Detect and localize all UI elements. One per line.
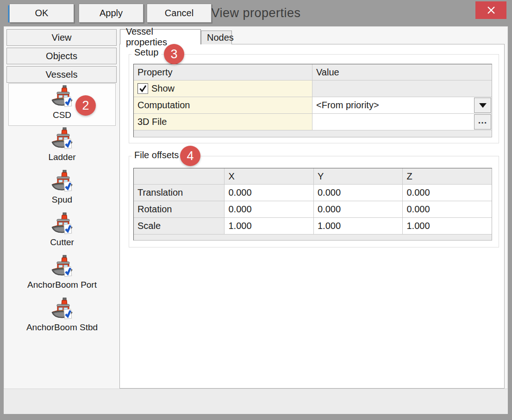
setup-table: Property Value Show Computation <From pr…	[133, 64, 492, 137]
checkmark-icon	[139, 85, 147, 93]
browse-file-button[interactable]: ...	[474, 114, 491, 130]
file-offsets-table: X Y Z Translation 0.000 0.000 0.000 Rota…	[133, 168, 492, 241]
boat-icon	[50, 297, 74, 321]
vessel-item-label: AnchorBoom Port	[8, 280, 116, 290]
boat-icon	[50, 255, 74, 279]
close-button[interactable]	[475, 1, 506, 19]
offsets-row-label: Rotation	[134, 201, 225, 218]
boat-icon	[50, 170, 74, 194]
offsets-row-label: Scale	[134, 218, 225, 235]
vessel-item-spud[interactable]: Spud	[8, 168, 116, 211]
file-value-cell[interactable]: ...	[312, 114, 492, 130]
vessel-item-label: Ladder	[8, 152, 116, 162]
boat-icon	[50, 212, 74, 236]
tab-label: Nodes	[207, 32, 234, 43]
computation-value: <From priority>	[316, 100, 379, 111]
sidebar-button-vessels[interactable]: Vessels	[6, 66, 117, 83]
vessel-item-anchorboom-stbd[interactable]: AnchorBoom Stbd	[8, 296, 116, 339]
offsets-row-scale: Scale 1.000 1.000 1.000	[134, 218, 492, 235]
tab-vessel-properties[interactable]: Vessel properties	[120, 29, 201, 44]
offset-cell[interactable]: 0.000	[403, 201, 492, 218]
setup-group-label: Setup	[131, 47, 161, 58]
nav-label: View	[52, 32, 72, 43]
tab-label: Vessel properties	[126, 26, 195, 48]
chevron-down-icon	[479, 103, 487, 108]
offset-cell[interactable]: 0.000	[225, 201, 314, 218]
setup-col-property: Property	[134, 64, 312, 80]
vessel-item-label: CSD	[9, 110, 115, 120]
nav-label: Vessels	[46, 69, 78, 80]
sidebar-button-objects[interactable]: Objects	[6, 48, 117, 64]
setup-row-computation: Computation <From priority>	[134, 97, 492, 114]
sidebar-button-view[interactable]: View	[6, 29, 117, 46]
offsets-col-x: X	[225, 168, 314, 185]
annotation-badge-2: 2	[75, 95, 96, 116]
close-icon	[487, 6, 496, 15]
vessel-item-anchorboom-port[interactable]: AnchorBoom Port	[8, 253, 116, 296]
offsets-col-z: Z	[403, 168, 492, 185]
setup-row-3d-file: 3D File ...	[134, 114, 492, 130]
offset-cell[interactable]: 0.000	[314, 201, 403, 218]
setup-property-label: Computation	[137, 100, 190, 111]
cancel-button[interactable]: Cancel	[147, 4, 212, 23]
window-title: View properties	[0, 0, 512, 26]
boat-icon	[50, 85, 74, 109]
apply-button[interactable]: Apply	[79, 4, 144, 23]
file-offsets-group-label: File offsets	[131, 150, 181, 161]
offset-cell[interactable]: 1.000	[225, 218, 314, 235]
computation-dropdown-button[interactable]	[474, 98, 491, 113]
show-value-cell	[312, 80, 492, 97]
offset-cell[interactable]: 0.000	[225, 185, 314, 201]
button-label: OK	[35, 8, 49, 19]
offset-cell[interactable]: 1.000	[403, 218, 492, 235]
offsets-row-translation: Translation 0.000 0.000 0.000	[134, 185, 492, 201]
button-label: Apply	[100, 8, 123, 19]
annotation-badge-3: 3	[164, 44, 184, 64]
offsets-row-rotation: Rotation 0.000 0.000 0.000	[134, 201, 492, 218]
setup-property-label: 3D File	[137, 117, 167, 127]
offset-cell[interactable]: 0.000	[314, 185, 403, 201]
vessel-item-csd[interactable]: CSD	[8, 83, 116, 126]
show-checkbox[interactable]	[137, 83, 148, 94]
vessel-item-label: AnchorBoom Stbd	[8, 322, 116, 333]
ellipsis-icon: ...	[478, 118, 487, 126]
offsets-row-label: Translation	[134, 185, 225, 201]
footer-bar	[4, 389, 508, 414]
vessel-item-cutter[interactable]: Cutter	[8, 211, 116, 253]
computation-value-cell[interactable]: <From priority>	[312, 97, 492, 114]
vessel-item-ladder[interactable]: Ladder	[8, 126, 116, 168]
vessel-item-label: Cutter	[8, 237, 116, 247]
tab-nodes[interactable]: Nodes	[201, 31, 232, 44]
setup-table-filler	[134, 130, 492, 137]
offset-cell[interactable]: 1.000	[314, 218, 403, 235]
boat-icon	[50, 127, 74, 151]
ok-button[interactable]: OK	[9, 4, 74, 23]
setup-property-label: Show	[151, 83, 175, 94]
offsets-col-blank	[134, 168, 225, 185]
setup-row-show: Show	[134, 80, 492, 97]
offset-cell[interactable]: 0.000	[403, 185, 492, 201]
vessel-item-label: Spud	[8, 195, 116, 205]
nav-label: Objects	[46, 51, 77, 62]
setup-col-value: Value	[312, 64, 492, 80]
annotation-badge-4: 4	[180, 146, 200, 166]
title-bar: View properties	[0, 0, 512, 26]
offsets-col-y: Y	[314, 168, 403, 185]
offsets-table-filler	[134, 235, 492, 240]
button-label: Cancel	[165, 8, 194, 19]
